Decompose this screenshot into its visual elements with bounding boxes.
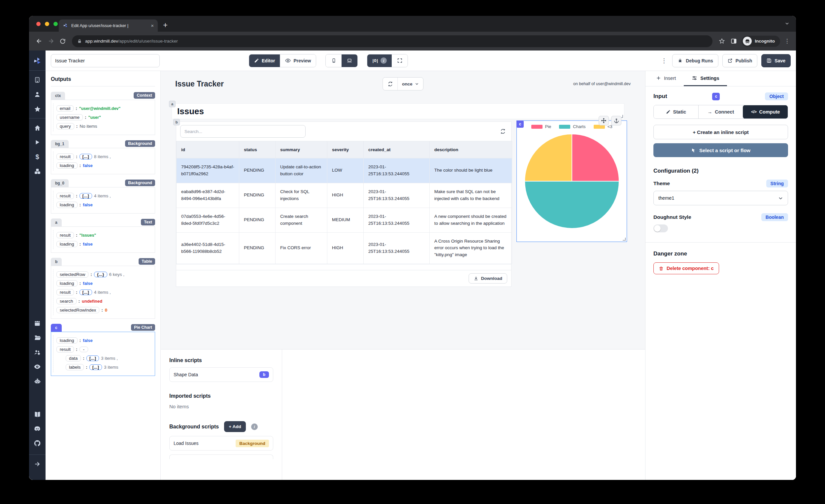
add-background-script-button[interactable]: + Add xyxy=(224,421,245,432)
component-tag-a[interactable]: a xyxy=(169,101,175,107)
billing-dollar-icon[interactable]: $ xyxy=(29,149,46,164)
app-name-input[interactable] xyxy=(51,54,160,67)
output-tab[interactable]: bg_1 xyxy=(51,140,69,148)
static-mode-button[interactable]: Static xyxy=(654,105,699,119)
back-button[interactable] xyxy=(33,38,45,45)
move-component-button[interactable] xyxy=(599,116,609,126)
maximize-window-button[interactable] xyxy=(54,22,58,26)
component-a-text[interactable]: a Issues xyxy=(172,103,624,119)
ai-robot-icon[interactable] xyxy=(29,374,46,388)
info-icon[interactable]: i xyxy=(251,424,258,430)
save-button[interactable]: Save xyxy=(761,54,791,67)
resize-handle[interactable] xyxy=(623,238,626,240)
folders-icon[interactable] xyxy=(29,331,46,345)
legend-item[interactable]: Pie xyxy=(531,124,551,129)
background-script-partial[interactable] xyxy=(169,454,273,459)
workers-group-icon[interactable] xyxy=(29,345,46,359)
table-search-input[interactable] xyxy=(180,125,306,138)
schedules-calendar-icon[interactable] xyxy=(29,316,46,331)
connect-mode-button[interactable]: → Connect xyxy=(699,105,744,119)
expand-array-pill[interactable]: [...] xyxy=(86,355,99,361)
schedule-dropdown[interactable]: once xyxy=(397,78,423,90)
docs-book-icon[interactable] xyxy=(29,407,46,422)
resources-cubes-icon[interactable] xyxy=(29,164,46,178)
column-header[interactable]: status xyxy=(239,141,276,158)
expand-array-pill[interactable]: [...] xyxy=(80,289,92,295)
expand-object-pill[interactable]: {...} xyxy=(94,272,107,277)
table-row[interactable]: a36e4402-51d8-4d15-b566-119088b8cb52 PEN… xyxy=(176,232,512,264)
delete-component-button[interactable]: Delete component: c xyxy=(653,263,719,274)
expand-sidebar-arrow-icon[interactable] xyxy=(29,457,46,471)
tab-search-chevron-icon[interactable] xyxy=(785,21,790,26)
pie-slice-heart[interactable] xyxy=(525,134,572,181)
github-icon[interactable] xyxy=(29,436,46,450)
theme-select[interactable]: theme1 xyxy=(653,191,788,205)
download-button[interactable]: Download xyxy=(469,273,508,284)
component-tag-b[interactable]: b xyxy=(173,119,180,126)
background-script-load-issues[interactable]: Load Issues Background xyxy=(169,436,273,450)
anchor-component-button[interactable] xyxy=(611,116,621,126)
reload-button[interactable] xyxy=(57,38,69,45)
minimize-window-button[interactable] xyxy=(45,22,49,26)
column-header[interactable]: description xyxy=(430,141,512,158)
output-tab[interactable]: ctx xyxy=(51,92,65,100)
expand-array-pill[interactable]: [...] xyxy=(80,193,92,199)
legend-item[interactable]: Charts xyxy=(559,124,585,129)
output-tab[interactable]: bg_0 xyxy=(51,179,69,187)
column-header[interactable]: summary xyxy=(276,141,327,158)
component-b-table[interactable]: b id status xyxy=(176,122,512,287)
output-tab-selected[interactable]: c xyxy=(51,324,62,332)
side-panel-icon[interactable] xyxy=(728,38,740,44)
desktop-view-button[interactable] xyxy=(342,55,357,67)
refresh-button[interactable] xyxy=(383,78,397,90)
output-tab[interactable]: b xyxy=(51,258,62,266)
mobile-view-button[interactable] xyxy=(326,55,342,67)
browser-tab[interactable]: Edit App u/user/issue-tracker | × xyxy=(59,19,158,32)
runs-play-icon[interactable] xyxy=(29,135,46,149)
preview-button[interactable]: Preview xyxy=(280,55,316,67)
discord-icon[interactable] xyxy=(29,422,46,436)
column-header[interactable]: id xyxy=(176,141,239,158)
tab-insert[interactable]: Insert xyxy=(648,71,684,86)
compute-mode-button[interactable]: </> Compute xyxy=(743,105,788,119)
doughnut-style-toggle[interactable] xyxy=(653,224,668,232)
column-header[interactable]: severity xyxy=(327,141,364,158)
bookmark-star-icon[interactable] xyxy=(716,38,728,44)
favorites-star-icon[interactable] xyxy=(29,102,46,116)
home-icon[interactable] xyxy=(29,121,46,135)
select-script-or-flow-button[interactable]: Select a script or flow xyxy=(653,143,788,157)
forward-button[interactable] xyxy=(45,38,57,45)
inline-script-shape-data[interactable]: Shape Data b xyxy=(169,367,273,382)
windmill-logo[interactable] xyxy=(29,54,46,68)
component-c-pie-chart[interactable]: c Pie xyxy=(516,121,627,242)
publish-button[interactable]: Publish xyxy=(722,54,758,67)
expand-array-pill[interactable]: [...] xyxy=(89,364,102,370)
address-bar[interactable]: app.windmill.dev/apps/edit/u/user/issue-… xyxy=(72,35,712,47)
browser-menu-icon[interactable]: ⋮ xyxy=(782,38,792,45)
table-row-selected[interactable]: 794208f5-2735-428a-b4af-b071ff0a2962 PEN… xyxy=(176,158,512,183)
editor-button[interactable]: Editor xyxy=(249,55,280,67)
column-header[interactable]: created_at xyxy=(364,141,430,158)
audit-eye-icon[interactable] xyxy=(29,359,46,374)
table-refresh-icon[interactable] xyxy=(499,127,507,136)
fullscreen-button[interactable] xyxy=(392,55,407,67)
user-icon[interactable] xyxy=(29,87,46,102)
table-row[interactable]: eaba8d96-e387-4d2d-8494-096e4143b8fa PEN… xyxy=(176,183,512,208)
workspace-icon[interactable] xyxy=(29,73,46,87)
expand-array-pill[interactable]: [...] xyxy=(80,154,92,159)
tab-settings[interactable]: Settings xyxy=(684,71,727,86)
component-tag-c[interactable]: c xyxy=(516,121,524,128)
create-inline-script-button[interactable]: + Create an inline script xyxy=(653,125,788,139)
toolbar-menu-icon[interactable]: ⋮ xyxy=(659,57,669,64)
debug-runs-button[interactable]: Debug Runs xyxy=(672,54,718,67)
hide-outputs-button[interactable]: |0| i xyxy=(367,55,392,67)
new-tab-button[interactable]: + xyxy=(163,21,168,29)
pie-slice-pie[interactable] xyxy=(572,134,619,181)
tab-close-icon[interactable]: × xyxy=(151,23,154,28)
pie-slice-charts[interactable] xyxy=(525,181,619,228)
table-row[interactable]: 07da0553-4e6e-4d56-8ded-5fd0f7d5c3c2 PEN… xyxy=(176,208,512,232)
close-window-button[interactable] xyxy=(36,22,41,26)
collapse-pill[interactable]: - xyxy=(80,347,88,352)
app-canvas[interactable]: a Issues b xyxy=(161,97,645,349)
output-tab[interactable]: a xyxy=(51,218,62,226)
